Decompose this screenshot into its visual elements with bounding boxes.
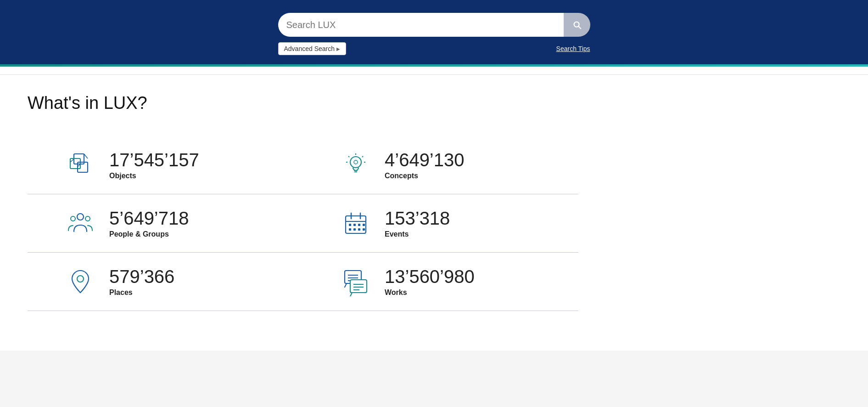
stat-label-concepts: Concepts <box>385 172 465 180</box>
stat-item-objects[interactable]: 17’545’157 Objects <box>28 136 303 194</box>
stat-item-places[interactable]: 579’366 Places <box>28 253 303 311</box>
stat-text-places: 579’366 Places <box>109 266 174 297</box>
svg-point-30 <box>77 276 84 282</box>
stat-text-concepts: 4’649’130 Concepts <box>385 150 465 180</box>
objects-icon <box>64 149 96 181</box>
svg-line-11 <box>362 156 363 157</box>
events-icon <box>340 207 372 239</box>
advanced-search-arrow: ▶ <box>336 46 340 51</box>
svg-rect-26 <box>349 228 351 231</box>
search-input[interactable] <box>278 13 564 37</box>
svg-point-6 <box>350 157 361 168</box>
svg-point-14 <box>354 160 358 164</box>
svg-rect-35 <box>350 280 367 293</box>
search-bar-row <box>278 13 590 37</box>
places-icon <box>64 266 96 298</box>
stat-label-objects: Objects <box>109 172 199 180</box>
svg-point-16 <box>71 216 75 221</box>
white-stripe <box>0 67 868 75</box>
works-icon <box>340 266 372 298</box>
search-icon <box>572 20 582 30</box>
main-content: What's in LUX? 17’545’157 Objects <box>0 75 868 350</box>
stat-number-works: 13’560’980 <box>385 266 475 287</box>
page-title: What's in LUX? <box>28 93 840 113</box>
svg-rect-23 <box>353 224 356 226</box>
svg-rect-25 <box>363 224 365 226</box>
svg-rect-24 <box>358 224 360 226</box>
people-icon <box>64 207 96 239</box>
stat-item-works[interactable]: 13’560’980 Works <box>303 253 578 311</box>
stat-number-events: 153’318 <box>385 208 450 228</box>
stat-label-people: People & Groups <box>109 230 189 238</box>
stat-text-events: 153’318 Events <box>385 208 450 238</box>
svg-rect-22 <box>349 224 351 226</box>
stat-text-works: 13’560’980 Works <box>385 266 475 297</box>
svg-line-3 <box>70 159 74 162</box>
svg-rect-29 <box>363 228 365 231</box>
svg-line-4 <box>84 154 88 158</box>
svg-point-15 <box>77 214 84 220</box>
header: Advanced Search ▶ Search Tips <box>0 0 868 64</box>
svg-point-17 <box>85 216 90 221</box>
svg-rect-28 <box>358 228 360 231</box>
stat-item-people[interactable]: 5’649’718 People & Groups <box>28 194 303 253</box>
stat-number-objects: 17’545’157 <box>109 150 199 170</box>
advanced-search-button[interactable]: Advanced Search ▶ <box>278 42 347 55</box>
stat-item-concepts[interactable]: 4’649’130 Concepts <box>303 136 578 194</box>
stat-item-events[interactable]: 153’318 Events <box>303 194 578 253</box>
stat-text-people: 5’649’718 People & Groups <box>109 208 189 238</box>
stats-grid: 17’545’157 Objects <box>28 136 578 311</box>
concepts-icon <box>340 149 372 181</box>
svg-rect-27 <box>353 228 356 231</box>
stat-number-concepts: 4’649’130 <box>385 150 465 170</box>
advanced-search-label: Advanced Search <box>284 45 335 52</box>
stat-number-people: 5’649’718 <box>109 208 189 228</box>
stat-label-events: Events <box>385 230 450 238</box>
search-button[interactable] <box>564 13 590 37</box>
search-sub-row: Advanced Search ▶ Search Tips <box>278 42 590 55</box>
search-tips-link[interactable]: Search Tips <box>556 45 590 52</box>
stat-text-objects: 17’545’157 Objects <box>109 150 199 180</box>
stat-label-places: Places <box>109 288 174 297</box>
stat-number-places: 579’366 <box>109 266 174 287</box>
stat-label-works: Works <box>385 288 475 297</box>
svg-line-10 <box>348 156 349 157</box>
